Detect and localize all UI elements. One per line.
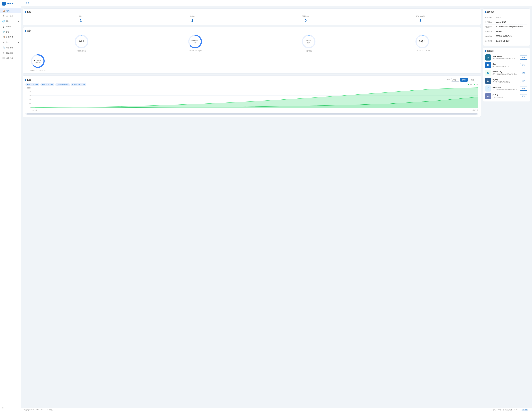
footer-links: 论坛 文档 当前运行版本：v1.3.0 （检查更新） [493, 409, 529, 411]
recommended-title: 推荐应用 [485, 50, 527, 53]
logo-icon: 1 [2, 2, 6, 6]
gauge-mem: 63.93 % 内存 ( 1263.92 / 1977 ) MB [185, 34, 205, 52]
stat-数据库: 数据库1 [190, 15, 195, 23]
chart-scrollbar[interactable] [25, 113, 478, 115]
app-icon-wordpress: W [485, 55, 491, 61]
gauge-text-mem: 63.93 % 内存 [191, 39, 199, 44]
database-icon: 🗄 [2, 26, 5, 28]
nav-label-database: 数据库 [6, 25, 11, 28]
nic-select-wrapper: 所有 [451, 78, 459, 82]
arrow-icon: ▾ [18, 21, 19, 22]
app-info-wordpress: WordPress 著名的开源博客软件和 CMS 系统 [493, 55, 519, 60]
gauge-container-load: 1.67 % 负载 [301, 34, 316, 49]
time-end: 12:24:46 [472, 109, 478, 112]
chart-scrollbar-thumb[interactable] [27, 113, 477, 114]
monitor-legend: 上行下行 [468, 84, 478, 86]
app-item-wordpress: W WordPress 著名的开源博客软件和 CMS 系统 安装 [485, 55, 527, 61]
sidebar-item-logout[interactable]: ⬜退出登录 [0, 56, 21, 61]
app-desc-dataease: 人人可用的开源数据可视化分析工具 [493, 89, 519, 91]
sidebar-item-host[interactable]: 🖥主机▾ [0, 40, 21, 45]
nav-label-host: 主机 [6, 41, 10, 44]
app-icon-halo: H [485, 62, 491, 68]
info-row-发行版本: 发行版本ubuntu-23.04 [485, 20, 527, 25]
install-btn-openresty[interactable]: 安装 [520, 71, 527, 75]
chart-time: 12:24:43 12:24:46 [31, 109, 478, 112]
overview-tab[interactable]: 概览 [23, 1, 32, 5]
monitor-header: 监控 网卡 所有 流量 磁盘 IO [25, 78, 478, 82]
app-icon-mysql: MySQL [485, 78, 491, 84]
overview-stats: 网站1数据库1计划任务0已安装应用3 [25, 15, 478, 23]
monitor-card: 监控 网卡 所有 流量 磁盘 IO [23, 75, 481, 117]
app-info-halo: Halo 强大易用的开源建站工具 [493, 63, 519, 67]
info-table: 主机名称1Panel发行版本ubuntu-23.04内核版本6.3.6-orbs… [485, 15, 527, 43]
monitor-tag: 下行: 85.95 KB/s [40, 83, 55, 86]
recommended-card: 推荐应用 W WordPress 著名的开源博客软件和 CMS 系统 安装 H … [483, 48, 530, 102]
footer-docs-link[interactable]: 文档 [498, 409, 501, 411]
sysinfo-card: 系统信息 主机名称1Panel发行版本ubuntu-23.04内核版本6.3.6… [483, 9, 530, 46]
gauge-sub-mem: ( 1263.92 / 1977 ) MB [185, 50, 205, 52]
app-name-php8: PHP 8 [493, 94, 519, 96]
gauge-sub-disk-root: 11.31 GB / 347.11 GB [413, 50, 432, 52]
sidebar: 1 1Panel 🏠概览⊞应用商店🌐网站▾🗄数据库🐳容器📋计划任务🖥主机▾📄日志… [0, 0, 21, 412]
sidebar-item-settings[interactable]: ⚙面板设置 [0, 50, 21, 56]
gauge-cpu: 0.9 % CPU ( 0.07 / 8 ) 核 [72, 34, 91, 52]
sidebar-item-overview[interactable]: 🏠概览 [0, 8, 21, 13]
nav-label-audit: 日志审计 [6, 47, 13, 49]
sidebar-item-appstore[interactable]: ⊞应用商店 [0, 13, 21, 19]
monitor-tag: 总发送: 37.44 MB [55, 83, 70, 86]
gauge-sub-cpu: ( 0.07 / 8 ) 核 [72, 50, 91, 52]
host-icon: 🖥 [2, 41, 5, 44]
install-btn-php8[interactable]: 安装 [520, 94, 527, 98]
sidebar-item-container[interactable]: 🐳容器 [0, 29, 21, 35]
install-btn-halo[interactable]: 安装 [520, 63, 527, 67]
app-item-halo: H Halo 强大易用的开源建站工具 安装 [485, 62, 527, 68]
chart-body [31, 87, 478, 108]
crontask-icon: 📋 [2, 36, 5, 38]
info-row-主机名称: 主机名称1Panel [485, 15, 527, 20]
footer: Copyright © 2014-2023 FIT2CLOUD 飞致云 论坛 文… [21, 408, 532, 412]
audit-icon: 📄 [2, 47, 5, 49]
sidebar-toggle[interactable]: ☰ [0, 406, 21, 411]
overview-card: 概览 网站1数据库1计划任务0已安装应用3 [23, 9, 481, 25]
gauge-disk-root: 3.26 % / 11.31 GB / 347.11 GB [413, 34, 432, 52]
logo-text: 1Panel [7, 2, 14, 5]
sidebar-item-crontask[interactable]: 📋计划任务 [0, 35, 21, 40]
app-item-openresty: 🐦 OpenResty 基于 NGINX 和 LuaJIT 的 Web 平台 安… [485, 70, 527, 76]
traffic-btn[interactable]: 流量 [460, 78, 468, 82]
install-btn-dataease[interactable]: 安装 [520, 86, 527, 91]
legend-dot [468, 84, 469, 85]
container-icon: 🐳 [2, 31, 5, 33]
legend-item-上行: 上行 [468, 84, 472, 86]
monitor-tag: 上行: 85.85 KB/s [25, 83, 39, 86]
install-btn-wordpress[interactable]: 安装 [520, 56, 527, 60]
gauge-text-load: 1.67 % 负载 [306, 39, 312, 44]
sidebar-item-audit[interactable]: 📄日志审计 [0, 45, 21, 50]
gauge-sub-load: 运行流畅 [299, 50, 318, 52]
app-name-halo: Halo [493, 63, 519, 65]
footer-forum-link[interactable]: 论坛 [493, 409, 495, 411]
app-name-wordpress: WordPress [493, 55, 519, 57]
overview-title: 概览 [25, 11, 478, 13]
chart-svg [31, 87, 478, 108]
nav-label-website: 网站 [6, 20, 10, 23]
sidebar-item-database[interactable]: 🗄数据库 [0, 24, 21, 29]
monitor-tag: 总接收: 369.02 MB [71, 83, 86, 86]
nic-select[interactable]: 所有 [451, 78, 459, 82]
diskio-btn[interactable]: 磁盘 IO [469, 78, 478, 82]
nic-label: 网卡 [447, 79, 450, 81]
app-info-dataease: DataEase 人人可用的开源数据可视化分析工具 [493, 86, 519, 91]
install-btn-mysql[interactable]: 安装 [520, 79, 527, 83]
arrow-icon: ▾ [18, 42, 19, 43]
top-bar: 概览 [21, 0, 532, 6]
gauge-container-cpu: 0.9 % CPU [74, 34, 89, 49]
stat-已安装应用: 已安装应用3 [416, 15, 425, 23]
overview-icon: 🏠 [2, 9, 5, 12]
footer-copyright: Copyright © 2014-2023 FIT2CLOUD 飞致云 [24, 409, 53, 411]
app-desc-mysql: MySQL 开源关系型数据库 [493, 81, 519, 83]
footer-update-link[interactable]: （检查更新） [520, 409, 529, 411]
sidebar-item-website[interactable]: 🌐网站▾ [0, 19, 21, 24]
main-area: 概览 概览 网站1数据库1计划任务0已安装应用3 状态 0. [21, 0, 532, 412]
footer-version: 当前运行版本：v1.3.0 [503, 409, 518, 411]
time-start: 12:24:43 [32, 109, 37, 112]
appstore-icon: ⊞ [2, 15, 5, 17]
